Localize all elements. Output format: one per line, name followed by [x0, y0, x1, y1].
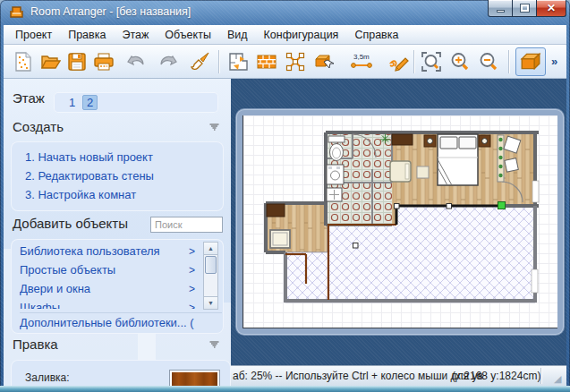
floor-button-1[interactable]: 1: [64, 95, 80, 110]
draw-button[interactable]: [387, 49, 412, 74]
floor-switcher: 1 2: [54, 92, 218, 113]
link-edit-walls[interactable]: 2. Редактировать стены: [25, 169, 154, 183]
washing-machine[interactable]: [327, 165, 344, 184]
bookshelf[interactable]: [498, 135, 504, 182]
paint-button[interactable]: [187, 49, 212, 74]
menu-configuration[interactable]: Конфигурация: [256, 26, 347, 44]
measure-button[interactable]: 3,5m: [349, 49, 374, 74]
redo-button[interactable]: [156, 49, 181, 74]
bed[interactable]: [438, 134, 478, 185]
new-project-icon: [13, 51, 34, 72]
statusbar-separator: [540, 368, 541, 384]
zoom-in-button[interactable]: [447, 49, 472, 74]
menu-view[interactable]: Вид: [219, 26, 256, 44]
chevron-right-icon: >: [189, 245, 195, 258]
brick-wall-icon: [256, 51, 277, 72]
print-button[interactable]: [91, 49, 116, 74]
zoom-out-icon: [478, 51, 499, 72]
kitchen-counter[interactable]: [380, 134, 413, 145]
toolbar-overflow-chevron[interactable]: »: [551, 55, 557, 68]
view-3d-button[interactable]: [515, 47, 546, 76]
menu-edit[interactable]: Правка: [60, 26, 114, 44]
menubar: Проект Правка Этаж Объекты Вид Конфигура…: [4, 25, 566, 45]
menu-floor[interactable]: Этаж: [114, 26, 157, 44]
app-logo-icon: [9, 5, 24, 19]
edit-rooms-button[interactable]: [225, 49, 251, 74]
open-button[interactable]: [38, 49, 63, 74]
zoom-fit-icon: [421, 51, 442, 72]
fill-color-swatch[interactable]: [169, 370, 220, 386]
menu-project[interactable]: Проект: [7, 26, 60, 44]
floor-label: Этаж: [13, 90, 45, 106]
transform-button[interactable]: [283, 49, 308, 74]
link-start-new-project[interactable]: 1. Начать новый проект: [25, 150, 153, 164]
maximize-icon: [521, 4, 529, 12]
sink[interactable]: [327, 188, 342, 201]
toolbar: 3,5m: [4, 45, 566, 79]
status-message: аб: 25% -- Используйте Ctrl + колесо мыш…: [233, 370, 483, 382]
window-title: Room Arranger - [без названия]: [30, 5, 191, 18]
svg-text:3,5m: 3,5m: [353, 53, 370, 61]
close-icon: ✕: [547, 3, 556, 13]
cursor-coordinates: (x:2168 y:1824cm): [452, 370, 540, 382]
zoom-in-icon: [449, 51, 471, 72]
library-item-user[interactable]: Библиотека пользователя >: [20, 242, 197, 260]
chair-rotated-bottom[interactable]: [505, 158, 518, 172]
hall-cabinet[interactable]: [267, 204, 285, 217]
chevron-right-icon: >: [189, 302, 195, 310]
library-item-doors-windows[interactable]: Двери и окна >: [20, 279, 197, 298]
window-bottom-border: [0, 386, 570, 392]
floor-button-2[interactable]: 2: [82, 95, 98, 110]
app-window: Room Arranger - [без названия] ✕ Проект …: [0, 0, 570, 392]
zoom-to-fit-button[interactable]: [419, 49, 444, 74]
close-button[interactable]: ✕: [537, 0, 566, 17]
floor-plan[interactable]: [243, 115, 558, 328]
armchair[interactable]: [390, 161, 411, 182]
save-button[interactable]: [64, 49, 89, 74]
insert-3d-object-button[interactable]: [311, 49, 336, 74]
titlebar[interactable]: Room Arranger - [без названия] ✕: [0, 0, 570, 25]
new-project-button[interactable]: [11, 49, 36, 74]
libraries-box: Библиотека пользователя > Простые объект…: [11, 239, 224, 334]
zoom-out-button[interactable]: [476, 49, 501, 74]
undo-button[interactable]: [123, 49, 149, 74]
collapse-edit-icon[interactable]: [209, 341, 219, 349]
libraries-list: Библиотека пользователя > Простые объект…: [20, 242, 197, 309]
collapse-create-icon[interactable]: [209, 124, 219, 132]
scrollbar-thumb[interactable]: [205, 256, 217, 274]
edit-walls-button[interactable]: [254, 49, 279, 74]
toilet[interactable]: [328, 136, 345, 161]
chevron-right-icon: >: [189, 283, 195, 295]
menu-objects[interactable]: Объекты: [157, 26, 219, 44]
fill-color-preview: [172, 372, 217, 386]
hall-table[interactable]: [270, 230, 290, 248]
maximize-button[interactable]: [513, 0, 537, 17]
scroll-down-icon[interactable]: ▼: [204, 296, 217, 309]
chevron-right-icon: >: [189, 264, 195, 277]
create-links-box: 1. Начать новый проект 2. Редактировать …: [11, 141, 224, 211]
toolbar-separator: [218, 50, 219, 73]
3d-object-cursor-icon: [313, 51, 335, 72]
edit-section-title: Правка: [13, 337, 58, 352]
nightstand-right[interactable]: [479, 135, 490, 147]
drawing-canvas[interactable]: [231, 79, 566, 365]
link-room-setup[interactable]: 3. Настройка комнат: [25, 188, 136, 201]
resize-grip-icon[interactable]: ◢: [554, 373, 565, 384]
libraries-scrollbar[interactable]: ▲ ▼: [203, 242, 218, 310]
measure-icon: 3,5m: [350, 51, 373, 72]
side-table[interactable]: [417, 166, 429, 178]
transform-icon: [285, 51, 306, 72]
object-search-input[interactable]: [150, 217, 223, 233]
nightstand-left[interactable]: [424, 135, 436, 147]
fill-label: Заливка:: [25, 371, 70, 384]
sidebar: Этаж 1 2 Создать 1. Начать новый проект …: [4, 79, 231, 386]
library-item-wardrobes[interactable]: Шкафы >: [20, 298, 197, 309]
toolbar-separator: [508, 50, 509, 73]
link-additional-libraries[interactable]: Дополнительные библиотеки... (: [20, 312, 222, 329]
plan-page[interactable]: [242, 115, 557, 328]
library-item-simple-objects[interactable]: Простые объекты >: [20, 260, 197, 279]
menu-help[interactable]: Справка: [346, 26, 406, 44]
minimize-button[interactable]: [488, 0, 513, 17]
scroll-up-icon[interactable]: ▲: [204, 243, 217, 255]
selection-handle-green: [498, 202, 506, 209]
